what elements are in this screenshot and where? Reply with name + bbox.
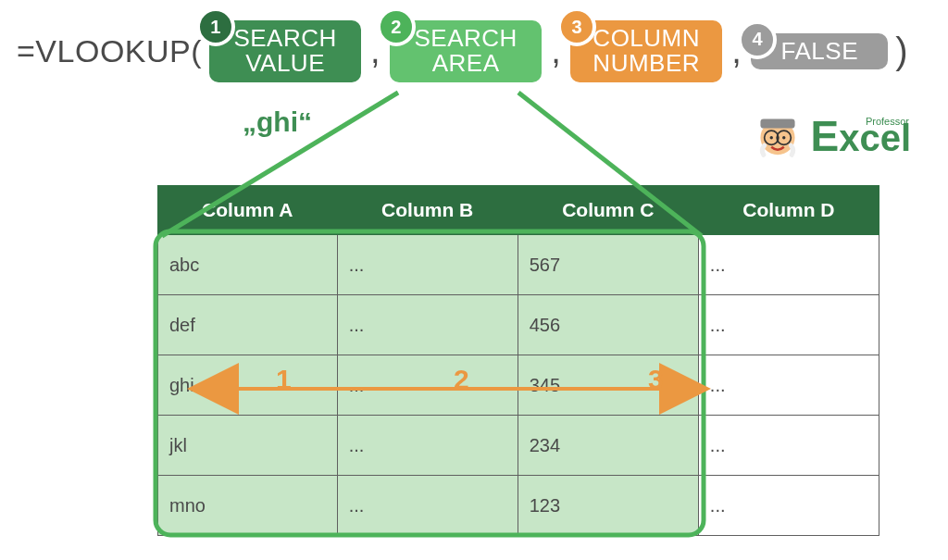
formula-prefix: =VLOOKUP( <box>17 33 202 69</box>
table-cell: 456 <box>518 295 698 355</box>
arrow-num-1: 1 <box>276 364 292 395</box>
arrow-num-2: 2 <box>454 364 469 395</box>
table-cell: ... <box>698 355 879 416</box>
table-row: mno...123... <box>158 476 879 536</box>
col-header: Column B <box>337 186 518 235</box>
col-header: Column A <box>158 186 338 235</box>
badge-4: 4 <box>738 20 777 59</box>
arg-false: 4 FALSE <box>751 33 888 69</box>
formula-row: =VLOOKUP( 1 SEARCH VALUE , 2 SEARCH AREA… <box>0 20 948 82</box>
svg-point-6 <box>783 136 786 139</box>
table-row: abc...567... <box>158 235 879 295</box>
badge-2: 2 <box>377 7 416 46</box>
table-cell: ... <box>698 416 879 476</box>
arg-search-value: 1 SEARCH VALUE <box>209 20 361 82</box>
col-header: Column D <box>698 186 879 235</box>
arg-column-number: 3 COLUMN NUMBER <box>570 20 722 82</box>
arg-search-area: 2 SEARCH AREA <box>390 20 542 82</box>
svg-point-5 <box>770 136 773 139</box>
table-row: jkl...234... <box>158 416 879 476</box>
logo-text: Excel Professor <box>810 115 911 157</box>
table-cell: ... <box>337 476 518 536</box>
diagram-stage: =VLOOKUP( 1 SEARCH VALUE , 2 SEARCH AREA… <box>0 0 948 560</box>
table-cell: abc <box>158 235 338 295</box>
table-cell: ... <box>337 235 518 295</box>
example-table: Column A Column B Column C Column D abc.… <box>157 185 879 536</box>
table-row: def...456... <box>158 295 879 355</box>
badge-3: 3 <box>557 7 596 46</box>
table-cell: 123 <box>518 476 698 536</box>
arrow-num-3: 3 <box>648 364 664 395</box>
table-cell: ghi <box>158 355 338 416</box>
table-cell: ... <box>337 416 518 476</box>
table-cell: ... <box>337 295 518 355</box>
search-value-example: „ghi“ <box>243 106 312 138</box>
table-header-row: Column A Column B Column C Column D <box>158 186 879 235</box>
table-cell: 234 <box>518 416 698 476</box>
table-cell: 567 <box>518 235 698 295</box>
table-row: ghi...345... <box>158 355 879 416</box>
table-cell: ... <box>698 235 879 295</box>
table-cell: mno <box>158 476 338 536</box>
table-cell: 345 <box>518 355 698 416</box>
table-cell: jkl <box>158 416 338 476</box>
col-header: Column C <box>518 186 698 235</box>
svg-rect-1 <box>761 118 795 128</box>
table-cell: ... <box>698 476 879 536</box>
table-cell: ... <box>698 295 879 355</box>
professor-excel-logo: Excel Professor <box>753 111 911 161</box>
table-cell: ... <box>337 355 518 416</box>
formula-close: ) <box>895 31 908 72</box>
badge-1: 1 <box>196 7 235 46</box>
table-cell: def <box>158 295 338 355</box>
professor-face-icon <box>753 111 803 161</box>
